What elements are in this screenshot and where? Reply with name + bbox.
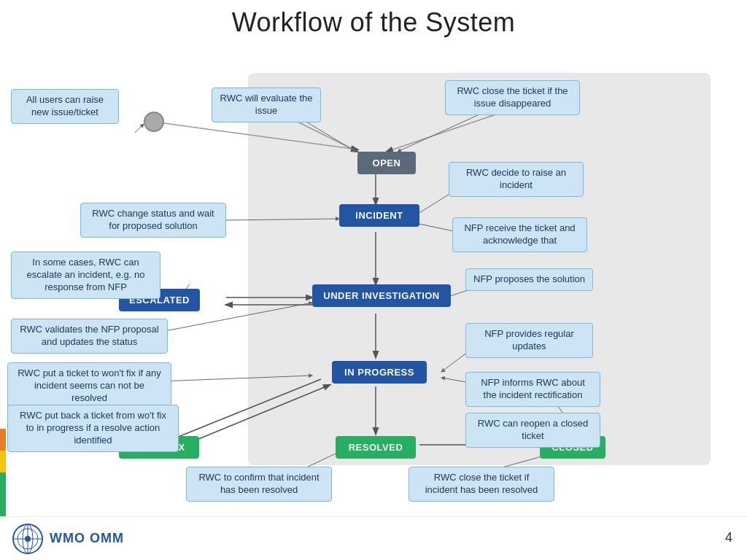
annotation-a8: NFP proposes the solution	[465, 268, 593, 291]
annotation-a15: RWC to confirm that incident has been re…	[186, 467, 332, 502]
annotation-a11: RWC put a ticket to won't fix if any inc…	[7, 362, 171, 410]
workflow-area: OPEN INCIDENT ESCALATED UNDER INVESTIGAT…	[0, 44, 747, 516]
annotation-a1: All users can raise new issue/ticket	[11, 89, 119, 124]
status-under-investigation: UNDER INVESTIGATION	[312, 284, 451, 307]
annotation-a14: RWC can reopen a closed ticket	[465, 413, 600, 448]
annotation-a12: NFP informs RWC about the incident recti…	[465, 372, 600, 407]
svg-line-16	[226, 219, 339, 220]
annotation-a7: In some cases, RWC can escalate an incid…	[11, 252, 160, 299]
sidebar-orange	[0, 429, 6, 451]
status-open: OPEN	[357, 152, 416, 174]
svg-point-33	[25, 536, 31, 542]
svg-line-2	[387, 109, 511, 152]
svg-line-0	[159, 122, 357, 149]
annotation-a13: RWC put back a ticket from wo't fix to i…	[7, 405, 179, 452]
footer: WMO OMM 4	[0, 516, 747, 560]
wmo-label: WMO OMM	[50, 531, 124, 546]
status-in-progress: IN PROGRESS	[332, 361, 427, 384]
annotation-a5: RWC change status and wait for proposed …	[80, 203, 226, 238]
svg-line-11	[193, 385, 330, 441]
svg-line-10	[162, 379, 321, 443]
page-title: Workflow of the System	[0, 0, 747, 38]
status-resolved: RESOLVED	[336, 436, 416, 459]
annotation-a3: RWC close the ticket if the issue disapp…	[445, 80, 580, 115]
annotation-a4: RWC decide to raise an incident	[449, 162, 584, 197]
start-node	[144, 112, 164, 132]
annotation-a16: RWC close the ticket if incident has bee…	[409, 467, 554, 502]
annotation-a2: RWC will evaluate the issue	[212, 88, 321, 122]
sidebar-yellow	[0, 451, 6, 472]
annotation-a9: RWC validates the NFP proposal and updat…	[11, 319, 168, 354]
annotation-a10: NFP provides regular updates	[465, 323, 593, 358]
wmo-logo	[12, 523, 44, 555]
status-incident: INCIDENT	[339, 204, 419, 227]
page-number: 4	[725, 530, 732, 545]
sidebar-green	[0, 472, 6, 516]
annotation-a6: NFP receive the ticket and acknowledge t…	[452, 217, 587, 252]
svg-line-12	[135, 124, 144, 133]
